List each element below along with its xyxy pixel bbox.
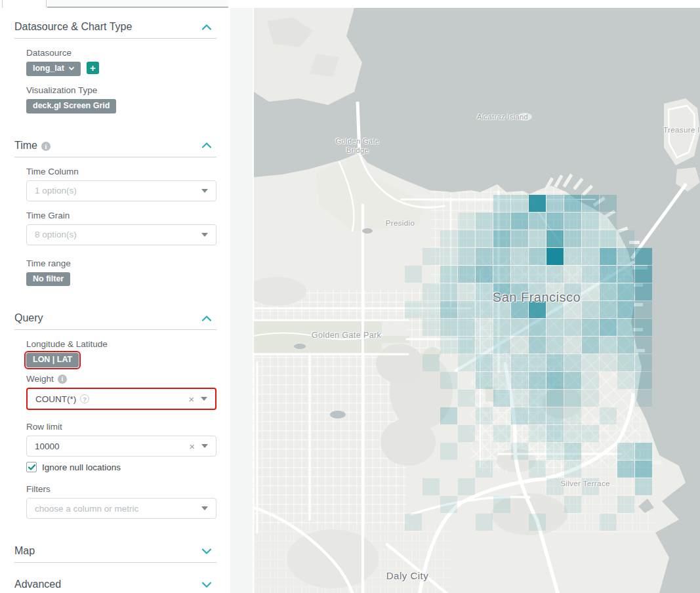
section-header-time[interactable]: Timei [14, 133, 216, 157]
time-column-placeholder: 1 option(s) [35, 186, 77, 195]
viz-type-control: Visualization Type deck.gl Screen Grid [26, 85, 216, 113]
time-range-value: No filter [33, 275, 64, 284]
chevron-down-icon[interactable] [202, 548, 211, 554]
panel-tab-active[interactable] [2, 0, 47, 8]
lonlat-label: Longitude & Latitude [26, 339, 216, 349]
chevron-up-icon[interactable] [202, 142, 211, 148]
chevron-down-icon [69, 67, 74, 70]
section-datasource-chart-type: Datasource & Chart Type Datasource long_… [14, 14, 216, 113]
time-grain-label: Time Grain [26, 211, 216, 220]
ignore-null-control: Ignore null locations [26, 462, 216, 472]
section-header-query[interactable]: Query [14, 306, 216, 329]
datasource-control: Datasource long_lat + [26, 48, 216, 76]
section-map: Map [14, 539, 216, 563]
caret-down-icon [201, 444, 208, 448]
lonlat-value: LON | LAT [33, 356, 72, 365]
time-grain-select[interactable]: 8 option(s) [26, 224, 216, 245]
time-range-button[interactable]: No filter [26, 272, 70, 287]
add-datasource-button[interactable]: + [87, 62, 99, 74]
panel-tabbar [0, 0, 228, 8]
section-divider [14, 562, 216, 563]
chevron-up-icon[interactable] [202, 24, 211, 30]
viz-type-value: deck.gl Screen Grid [33, 102, 110, 111]
lonlat-button[interactable]: LON | LAT [26, 353, 79, 367]
weight-value: COUNT(*) [35, 394, 76, 404]
ignore-null-label: Ignore null locations [42, 462, 121, 472]
basemap [254, 8, 700, 593]
chevron-down-icon[interactable] [202, 582, 211, 588]
caret-down-icon [201, 397, 207, 401]
viz-type-label: Visualization Type [26, 85, 216, 95]
deckgl-map-canvas[interactable]: Golden GateBridgeAlcatraz IslandTreasure… [254, 8, 700, 593]
datasource-button[interactable]: long_lat [26, 62, 81, 76]
weight-control: Weighti COUNT(*) ? × [26, 374, 216, 410]
section-title: Time [14, 140, 37, 151]
panel-tab-inactive[interactable] [47, 0, 228, 8]
ignore-null-checkbox[interactable] [26, 462, 37, 472]
section-divider [14, 329, 216, 330]
time-grain-control: Time Grain 8 option(s) [26, 211, 216, 245]
caret-down-icon [201, 233, 208, 237]
lonlat-control: Longitude & Latitude LON | LAT [26, 339, 216, 367]
superset-explore-view: Datasource & Chart Type Datasource long_… [0, 0, 700, 593]
filters-placeholder: choose a column or metric [35, 504, 138, 514]
chevron-up-icon[interactable] [202, 316, 211, 321]
caret-down-icon [201, 189, 208, 193]
section-query: Query Longitude & Latitude LON | LAT Wei… [14, 306, 216, 519]
clear-icon[interactable]: × [188, 394, 194, 404]
section-advanced: Advanced [14, 572, 216, 593]
row-limit-control: Row limit 10000 × [26, 422, 216, 457]
control-panel: Datasource & Chart Type Datasource long_… [0, 8, 228, 593]
checkmark-icon [28, 464, 35, 470]
viz-type-button[interactable]: deck.gl Screen Grid [26, 99, 116, 113]
section-header-advanced[interactable]: Advanced [14, 572, 216, 593]
section-title: Advanced [14, 579, 61, 590]
row-limit-label: Row limit [26, 422, 216, 432]
section-header-datasource[interactable]: Datasource & Chart Type [14, 14, 216, 38]
time-column-label: Time Column [26, 167, 216, 176]
weight-select[interactable]: COUNT(*) ? × [26, 388, 216, 410]
filters-label: Filters [26, 484, 216, 494]
datasource-value: long_lat [33, 64, 64, 73]
filters-select[interactable]: choose a column or metric [26, 498, 216, 519]
datasource-label: Datasource [26, 48, 216, 58]
panel-scroll-gutter[interactable] [230, 8, 253, 593]
section-divider [14, 157, 216, 157]
section-title: Query [14, 312, 43, 324]
time-column-control: Time Column 1 option(s) [26, 167, 216, 201]
question-circle-icon[interactable]: ? [80, 394, 89, 403]
info-icon[interactable]: i [41, 142, 51, 151]
section-time: Timei Time Column 1 option(s) Time Grain… [14, 133, 216, 287]
row-limit-select[interactable]: 10000 × [26, 436, 216, 457]
time-grain-placeholder: 8 option(s) [35, 230, 77, 239]
section-header-map[interactable]: Map [14, 539, 216, 562]
time-column-select[interactable]: 1 option(s) [26, 180, 216, 201]
filters-control: Filters choose a column or metric [26, 484, 216, 519]
section-title: Map [14, 545, 35, 557]
row-limit-value: 10000 [35, 441, 60, 451]
clear-icon[interactable]: × [189, 441, 195, 451]
info-icon[interactable]: i [58, 375, 67, 384]
section-divider [14, 38, 216, 39]
time-range-control: Time range No filter [26, 258, 216, 287]
time-range-label: Time range [26, 258, 216, 268]
weight-label: Weight [26, 374, 54, 384]
caret-down-icon [201, 506, 208, 510]
section-title: Datasource & Chart Type [14, 21, 132, 33]
